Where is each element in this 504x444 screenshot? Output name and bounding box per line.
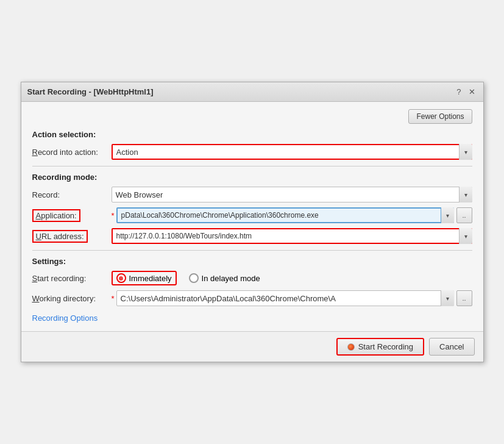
start-recording-icon — [347, 343, 355, 351]
fewer-options-button[interactable]: Fewer Options — [408, 109, 472, 124]
immediately-label: Immediately — [129, 274, 172, 283]
start-recording-radio-group: Immediately In delayed mode — [112, 271, 472, 285]
dialog-title: Start Recording - [WebHttpHtml1] — [27, 87, 154, 96]
application-select-wrapper: pData\Local\360Chrome\Chrome\Application… — [116, 207, 454, 223]
dialog-titlebar: Start Recording - [WebHttpHtml1] ? ✕ — [21, 82, 483, 102]
record-into-action-row: Record into action: Action ▾ — [32, 144, 472, 160]
start-recording-button-label: Start Recording — [358, 342, 413, 351]
application-browse-button[interactable]: .. — [456, 207, 472, 223]
url-select-wrapper: http://127.0.0.1:1080/WebTours/index.htm… — [112, 228, 472, 244]
application-input[interactable]: pData\Local\360Chrome\Chrome\Application… — [116, 207, 454, 223]
help-button[interactable]: ? — [455, 87, 463, 96]
delayed-mode-option[interactable]: In delayed mode — [189, 273, 260, 283]
working-dir-select-wrapper: C:\Users\Administrator\AppData\Local\360… — [116, 290, 454, 306]
record-select-wrapper: Web Browser ▾ — [112, 187, 472, 202]
dialog-body: Fewer Options Action selection: Record i… — [21, 102, 483, 331]
action-selection-section-title: Action selection: — [32, 130, 472, 139]
url-select[interactable]: http://127.0.0.1:1080/WebTours/index.htm — [112, 228, 472, 244]
top-row: Fewer Options — [32, 109, 472, 124]
record-row: Record: Web Browser ▾ — [32, 187, 472, 202]
action-select[interactable]: Action — [112, 144, 472, 160]
immediately-radio-fill — [119, 276, 123, 281]
recording-mode-section-title: Recording mode: — [32, 173, 472, 182]
recording-options-link[interactable]: Recording Options — [32, 313, 98, 323]
application-label: Application: — [32, 211, 112, 220]
separator-1 — [32, 166, 472, 167]
application-required-star: * — [112, 211, 115, 220]
delayed-mode-radio[interactable] — [189, 273, 199, 283]
application-label-text: Application: — [32, 209, 80, 222]
dialog-footer: Start Recording Cancel — [21, 331, 483, 362]
working-dir-select[interactable]: C:\Users\Administrator\AppData\Local\360… — [116, 290, 454, 306]
url-address-label-text: URL address: — [32, 230, 88, 243]
start-recording-button[interactable]: Start Recording — [336, 338, 424, 356]
working-directory-label: Working directory: — [32, 294, 112, 303]
record-select[interactable]: Web Browser — [112, 187, 472, 202]
working-dir-browse-button[interactable]: .. — [456, 290, 472, 306]
start-recording-mode-row: Start recording: Immediately In delayed … — [32, 271, 472, 285]
dialog-title-controls: ? ✕ — [455, 87, 477, 96]
record-label: Record: — [32, 190, 112, 199]
working-directory-row: Working directory: * C:\Users\Administra… — [32, 290, 472, 306]
url-address-label: URL address: — [32, 232, 112, 241]
delayed-mode-label: In delayed mode — [202, 274, 260, 283]
cancel-button[interactable]: Cancel — [429, 338, 474, 356]
application-row: Application: * pData\Local\360Chrome\Chr… — [32, 207, 472, 223]
immediately-option-wrapper: Immediately — [112, 271, 177, 285]
immediately-radio[interactable] — [116, 273, 126, 283]
separator-2 — [32, 250, 472, 251]
url-address-row: URL address: http://127.0.0.1:1080/WebTo… — [32, 228, 472, 244]
start-recording-dialog: Start Recording - [WebHttpHtml1] ? ✕ Few… — [21, 82, 484, 362]
action-select-wrapper: Action ▾ — [112, 144, 472, 160]
settings-section-title: Settings: — [32, 257, 472, 266]
start-recording-mode-label: Start recording: — [32, 274, 112, 283]
record-into-action-label: Record into action: — [32, 148, 112, 157]
close-button[interactable]: ✕ — [467, 87, 477, 96]
working-dir-required-star: * — [112, 294, 115, 303]
